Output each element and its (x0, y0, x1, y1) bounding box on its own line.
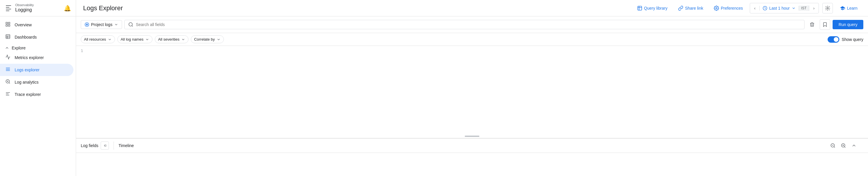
sidebar-metrics-explorer-label: Metrics explorer (14, 55, 44, 60)
resize-handle[interactable] (465, 135, 479, 138)
resize-handle-bar (465, 136, 479, 137)
menu-icon[interactable] (5, 4, 12, 12)
brand-top: Observability (15, 3, 34, 7)
sidebar-item-log-analytics[interactable]: Log analytics (0, 76, 73, 88)
log-fields-section: Log fields (81, 141, 114, 150)
time-dropdown-icon (792, 6, 796, 10)
svg-line-18 (9, 82, 10, 83)
zoom-out-button[interactable] (828, 141, 838, 150)
bottom-panel: Log fields Timeline (76, 138, 868, 176)
all-resources-dropdown[interactable]: All resources (81, 35, 115, 43)
svg-point-26 (87, 24, 87, 25)
preferences-icon (714, 6, 719, 11)
zoom-out-icon (830, 143, 836, 148)
time-selector: ‹ Last 1 hour IST › (750, 3, 819, 13)
explore-collapse-icon (5, 46, 9, 50)
sidebar-section-explore: Explore (0, 43, 76, 51)
all-log-names-dropdown-icon (145, 37, 149, 41)
sidebar-item-overview[interactable]: Overview (0, 19, 73, 31)
sidebar-item-metrics-explorer[interactable]: Metrics explorer (0, 51, 73, 64)
svg-rect-10 (6, 35, 10, 39)
timezone-badge: IST (799, 6, 809, 11)
sidebar-item-dashboards[interactable]: Dashboards (0, 31, 73, 43)
project-logs-dropdown-icon (114, 23, 118, 27)
project-logs-dropdown[interactable]: Project logs (81, 20, 122, 29)
show-query-section: Show query (828, 36, 863, 43)
zoom-in-button[interactable] (839, 141, 848, 150)
search-input[interactable] (136, 22, 801, 27)
svg-line-28 (132, 26, 133, 26)
trash-icon (809, 22, 815, 27)
svg-rect-8 (8, 25, 10, 26)
toolbar-row: Project logs Run query (76, 16, 868, 33)
share-link-button[interactable]: Share link (675, 3, 707, 13)
time-icon (763, 6, 767, 10)
svg-rect-0 (638, 6, 642, 10)
sidebar-item-logs-explorer[interactable]: Logs explorer (0, 64, 73, 76)
show-query-label: Show query (842, 37, 863, 42)
filter-row: All resources All log names All severiti… (76, 33, 868, 46)
sidebar-overview-label: Overview (14, 23, 32, 27)
svg-rect-7 (8, 22, 10, 24)
collapse-log-fields-button[interactable] (101, 141, 109, 150)
svg-line-31 (834, 146, 835, 147)
sidebar-logs-explorer-label: Logs explorer (14, 68, 39, 72)
svg-rect-6 (6, 22, 7, 24)
all-severities-dropdown[interactable]: All severities (155, 35, 188, 43)
trace-explorer-icon (5, 91, 11, 98)
sync-button[interactable] (823, 3, 833, 13)
svg-point-5 (827, 7, 829, 9)
all-severities-dropdown-icon (181, 37, 185, 41)
query-editor-area[interactable]: 1 (76, 46, 868, 138)
show-query-toggle[interactable] (828, 36, 839, 43)
explore-section-label: Explore (12, 46, 26, 50)
zoom-in-icon (841, 143, 846, 148)
collapse-icon (103, 144, 107, 148)
svg-point-3 (716, 7, 717, 9)
search-bar[interactable] (124, 20, 805, 29)
sidebar-trace-explorer-label: Trace explorer (14, 92, 41, 97)
svg-line-34 (844, 146, 845, 147)
time-prev-button[interactable]: ‹ (750, 3, 760, 13)
correlate-by-dropdown-icon (217, 37, 221, 41)
correlate-by-dropdown[interactable]: Correlate by (191, 35, 224, 43)
overview-icon (5, 22, 11, 28)
svg-point-27 (129, 23, 132, 26)
metrics-explorer-icon (5, 55, 11, 61)
learn-icon (840, 6, 845, 11)
svg-rect-9 (6, 25, 7, 26)
save-query-button[interactable] (820, 19, 830, 30)
all-resources-dropdown-icon (108, 37, 112, 41)
learn-button[interactable]: Learn (836, 3, 861, 13)
sidebar-dashboards-label: Dashboards (14, 35, 37, 39)
search-icon (128, 22, 133, 27)
main-content: Project logs Run query (76, 16, 868, 176)
bottom-panel-header: Log fields Timeline (76, 139, 868, 153)
bookmark-icon (823, 22, 828, 27)
notification-bell[interactable]: 🔔 (64, 5, 71, 12)
dashboards-icon (5, 34, 11, 40)
sync-icon (825, 5, 831, 11)
all-log-names-dropdown[interactable]: All log names (117, 35, 152, 43)
preferences-button[interactable]: Preferences (710, 3, 746, 13)
sidebar: Overview Dashboards Explore Metrics expl… (0, 16, 76, 176)
brand-bottom: Logging (15, 7, 34, 13)
query-library-icon (637, 6, 642, 11)
time-display[interactable]: Last 1 hour (760, 6, 799, 10)
timeline-label: Timeline (119, 143, 134, 148)
expand-button[interactable] (849, 141, 859, 150)
time-next-button[interactable]: › (809, 3, 818, 13)
sidebar-item-trace-explorer[interactable]: Trace explorer (0, 88, 73, 101)
project-logs-icon (85, 22, 89, 27)
page-title: Logs Explorer (83, 4, 123, 12)
timeline-content (76, 153, 868, 176)
log-fields-label: Log fields (81, 143, 98, 148)
expand-icon (851, 143, 857, 148)
clear-button[interactable] (807, 19, 817, 30)
zoom-controls (828, 141, 859, 150)
run-query-button[interactable]: Run query (833, 20, 863, 29)
query-library-button[interactable]: Query library (633, 3, 671, 13)
timeline-section: Timeline (114, 141, 863, 150)
sidebar-log-analytics-label: Log analytics (14, 80, 39, 84)
time-label: Last 1 hour (769, 6, 789, 10)
